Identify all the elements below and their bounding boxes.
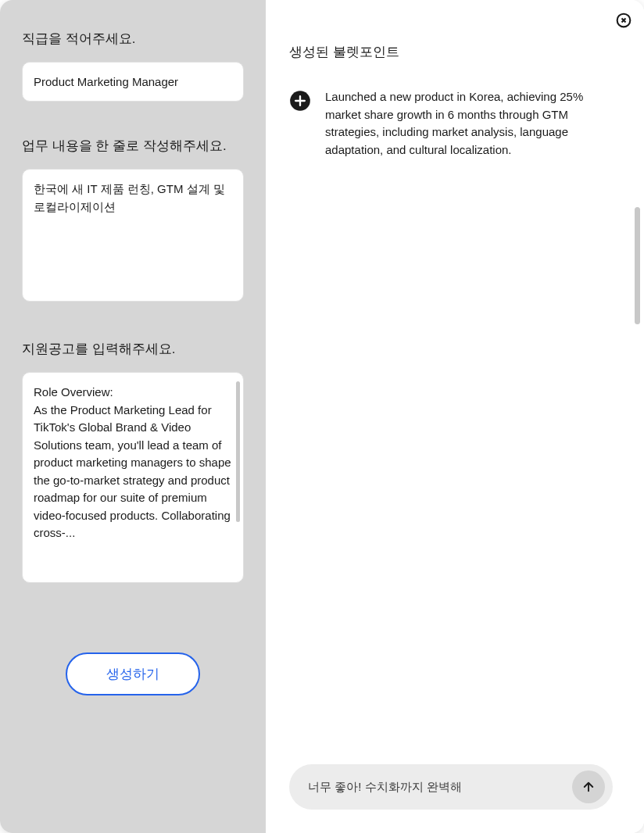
add-bullet-button[interactable] [289, 90, 311, 112]
job-title-input[interactable] [22, 62, 244, 102]
output-panel: 생성된 불렛포인트 Launched a new product in Kore… [266, 0, 644, 833]
chat-input[interactable] [308, 781, 563, 794]
close-button[interactable] [614, 11, 633, 30]
job-title-label: 직급을 적어주세요. [22, 30, 244, 48]
generate-button[interactable]: 생성하기 [66, 652, 200, 695]
close-icon [616, 13, 631, 28]
work-description-label: 업무 내용을 한 줄로 작성해주세요. [22, 137, 244, 155]
arrow-up-icon [581, 780, 596, 794]
job-posting-wrapper [22, 372, 244, 586]
job-posting-label: 지원공고를 입력해주세요. [22, 340, 244, 358]
work-description-input[interactable] [22, 169, 244, 302]
output-scrollbar[interactable] [635, 207, 640, 324]
bullet-item: Launched a new product in Korea, achievi… [289, 88, 613, 159]
work-description-group: 업무 내용을 한 줄로 작성해주세요. [22, 137, 244, 305]
job-posting-input[interactable] [22, 372, 244, 583]
job-posting-group: 지원공고를 입력해주세요. [22, 340, 244, 586]
app-container: 직급을 적어주세요. 업무 내용을 한 줄로 작성해주세요. 지원공고를 입력해… [0, 0, 644, 833]
send-button[interactable] [572, 770, 605, 803]
input-panel: 직급을 적어주세요. 업무 내용을 한 줄로 작성해주세요. 지원공고를 입력해… [0, 0, 266, 833]
output-title: 생성된 불렛포인트 [289, 43, 613, 61]
plus-circle-icon [289, 90, 311, 112]
job-title-group: 직급을 적어주세요. [22, 30, 244, 102]
bullet-text: Launched a new product in Korea, achievi… [325, 88, 613, 159]
job-posting-scrollbar[interactable] [236, 381, 240, 522]
chat-input-container [289, 764, 613, 810]
